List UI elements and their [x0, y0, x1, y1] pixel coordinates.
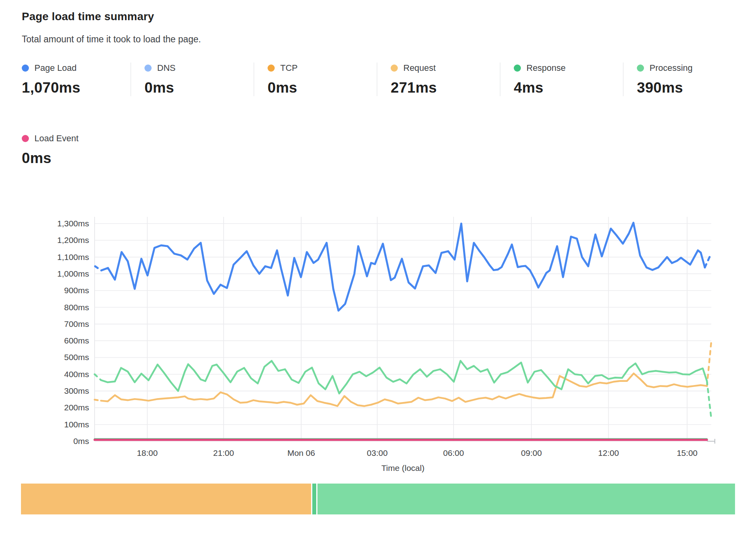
gridlines: [95, 217, 711, 441]
legend-item-request[interactable]: Request 271ms: [377, 63, 500, 96]
svg-text:700ms: 700ms: [64, 319, 89, 328]
svg-text:12:00: 12:00: [598, 448, 619, 457]
dns-dot-icon: [144, 65, 152, 72]
series-request: [95, 341, 711, 406]
stat-label: Request: [403, 63, 436, 73]
stat-value: 0ms: [22, 150, 131, 167]
stat-label: DNS: [157, 63, 175, 73]
svg-text:800ms: 800ms: [64, 303, 89, 312]
series-page-load: [95, 223, 711, 311]
svg-text:300ms: 300ms: [64, 386, 89, 395]
stat-value: 1,070ms: [22, 80, 131, 96]
svg-text:1,300ms: 1,300ms: [57, 219, 89, 228]
stat-label: Processing: [650, 63, 693, 73]
svg-text:600ms: 600ms: [64, 336, 89, 345]
svg-text:500ms: 500ms: [64, 353, 89, 362]
svg-text:06:00: 06:00: [443, 448, 464, 457]
processing-dot-icon: [637, 65, 644, 72]
svg-text:09:00: 09:00: [521, 448, 542, 457]
response-dot-icon: [514, 65, 521, 72]
svg-text:03:00: 03:00: [367, 448, 388, 457]
svg-text:1,100ms: 1,100ms: [57, 252, 89, 262]
legend-item-dns[interactable]: DNS 0ms: [131, 63, 254, 96]
svg-text:21:00: 21:00: [213, 448, 234, 457]
stat-value: 4ms: [514, 80, 623, 96]
stat-label: Page Load: [34, 63, 76, 73]
status-segment-passing-sliver[interactable]: [312, 484, 316, 514]
svg-text:15:00: 15:00: [677, 448, 698, 457]
y-axis-labels: 0ms100ms200ms300ms400ms500ms600ms700ms80…: [57, 219, 89, 446]
status-segment-passing[interactable]: [317, 484, 735, 514]
axis-end-tick: [707, 439, 715, 444]
stat-value: 390ms: [637, 80, 746, 96]
tcp-dot-icon: [268, 65, 275, 72]
page-subtitle: Total amount of time it took to load the…: [22, 34, 201, 45]
svg-text:400ms: 400ms: [64, 370, 89, 379]
timeseries-chart[interactable]: 0ms100ms200ms300ms400ms500ms600ms700ms80…: [0, 174, 756, 479]
x-axis-labels: 18:0021:00Mon 0603:0006:0009:0012:0015:0…: [137, 448, 697, 457]
stat-label: Response: [526, 63, 566, 73]
legend-item-processing[interactable]: Processing 390ms: [623, 63, 746, 96]
stat-value: 0ms: [144, 80, 254, 96]
series-processing: [95, 361, 711, 419]
page-load-dot-icon: [22, 65, 29, 72]
svg-text:1,200ms: 1,200ms: [57, 235, 89, 245]
legend-item-load-event[interactable]: Load Event 0ms: [22, 133, 131, 167]
svg-text:18:00: 18:00: [137, 448, 158, 457]
status-segment-degraded[interactable]: [21, 484, 311, 514]
svg-text:100ms: 100ms: [64, 420, 89, 429]
page-title: Page load time summary: [22, 10, 154, 23]
svg-text:900ms: 900ms: [64, 286, 89, 295]
svg-text:1,000ms: 1,000ms: [57, 269, 89, 278]
svg-text:0ms: 0ms: [73, 436, 89, 446]
legend-item-page-load[interactable]: Page Load 1,070ms: [22, 63, 131, 96]
x-axis-title: Time (local): [382, 463, 425, 472]
status-timeline-bar[interactable]: [21, 484, 735, 514]
legend-item-tcp[interactable]: TCP 0ms: [254, 63, 377, 96]
metric-summary-row-2: Load Event 0ms: [22, 133, 746, 167]
metric-summary-row: Page Load 1,070ms DNS 0ms TCP 0ms Reques…: [22, 63, 746, 96]
load-event-dot-icon: [22, 135, 29, 142]
legend-item-response[interactable]: Response 4ms: [500, 63, 623, 96]
stat-value: 271ms: [391, 80, 500, 96]
stat-value: 0ms: [268, 80, 377, 96]
stat-label: TCP: [280, 63, 298, 73]
svg-text:200ms: 200ms: [64, 403, 89, 412]
request-dot-icon: [391, 65, 398, 72]
svg-text:Mon 06: Mon 06: [287, 448, 315, 457]
stat-label: Load Event: [34, 133, 78, 144]
